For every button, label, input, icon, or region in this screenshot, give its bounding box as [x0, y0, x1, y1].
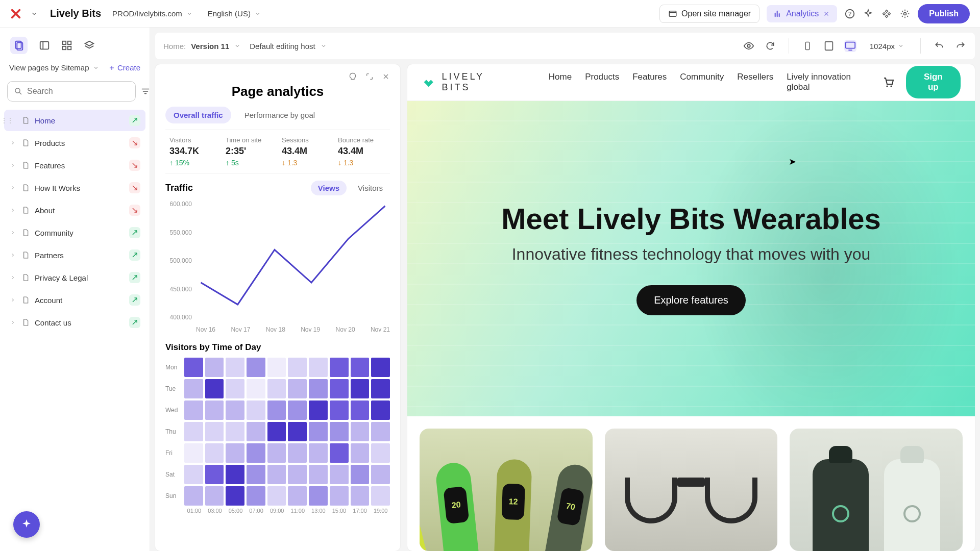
- analytics-chip-label: Analytics: [786, 9, 819, 18]
- sitemap-view-selector[interactable]: View pages by Sitemap: [9, 63, 99, 72]
- app-menu-chevron-icon[interactable]: [29, 8, 40, 19]
- apps-icon[interactable]: [881, 8, 892, 19]
- tab-overall-traffic[interactable]: Overall traffic: [165, 107, 231, 123]
- undo-icon[interactable]: [933, 40, 945, 52]
- reload-icon[interactable]: [764, 40, 776, 52]
- tab-performance-by-goal[interactable]: Performance by goal: [236, 107, 323, 123]
- heat-cell: [309, 443, 328, 463]
- heat-cell: [205, 358, 224, 377]
- preview-eye-icon[interactable]: [743, 40, 755, 52]
- expand-icon[interactable]: [9, 230, 16, 235]
- panel-view-icon[interactable]: [39, 40, 50, 51]
- environment-selector[interactable]: PROD/livelybits.com: [108, 7, 197, 20]
- layers-view-icon[interactable]: [84, 40, 95, 51]
- insights-icon[interactable]: [348, 72, 357, 82]
- tree-item-label: Account: [35, 296, 62, 305]
- tree-item-features[interactable]: Features: [4, 155, 145, 176]
- search-input[interactable]: [27, 87, 129, 96]
- traffic-tab-visitors[interactable]: Visitors: [351, 181, 390, 195]
- expand-icon[interactable]: [365, 72, 374, 82]
- heat-cell: [226, 379, 244, 398]
- trend-down-icon: [129, 182, 140, 193]
- filter-button[interactable]: [141, 83, 150, 100]
- tree-item-partners[interactable]: Partners: [4, 244, 145, 266]
- assistant-fab[interactable]: [13, 511, 40, 538]
- signup-button[interactable]: Sign up: [906, 66, 961, 98]
- heat-cell: [184, 443, 203, 463]
- page-icon: [21, 229, 30, 237]
- expand-icon[interactable]: [9, 208, 16, 213]
- page-icon: [21, 184, 30, 192]
- tree-item-about[interactable]: About: [4, 199, 145, 221]
- heat-cell: [351, 379, 370, 398]
- search-input-wrap[interactable]: [7, 81, 136, 102]
- page-icon: [21, 116, 30, 124]
- svg-rect-7: [63, 41, 66, 44]
- heat-cell: [288, 358, 307, 377]
- brand-text: LIVELY BITS: [442, 71, 516, 93]
- nav-link-lively-innovation-global[interactable]: Lively innovation global: [787, 72, 870, 92]
- redo-icon[interactable]: [954, 40, 967, 52]
- product-card-glasses[interactable]: [605, 429, 778, 551]
- create-page-button[interactable]: Create: [108, 63, 140, 72]
- trend-up-icon: [129, 294, 140, 306]
- tree-item-home[interactable]: ⋮⋮Home: [4, 110, 145, 131]
- heat-cell: [205, 379, 224, 398]
- settings-icon[interactable]: [899, 8, 911, 19]
- expand-icon[interactable]: [9, 163, 16, 168]
- nav-link-features[interactable]: Features: [632, 72, 667, 92]
- device-mobile-icon[interactable]: [801, 40, 814, 52]
- heat-cell: [288, 486, 307, 506]
- viewport-size-selector[interactable]: 1024px: [866, 40, 908, 53]
- page-version-selector[interactable]: Home: Version 11: [163, 42, 240, 51]
- explore-features-button[interactable]: Explore features: [636, 285, 746, 315]
- heat-day-label: Sat: [165, 471, 182, 478]
- product-card-bottles[interactable]: [790, 429, 963, 551]
- band-display: 20: [443, 486, 469, 524]
- heat-cell: [309, 422, 328, 441]
- components-view-icon[interactable]: [61, 40, 72, 51]
- cart-icon[interactable]: [883, 76, 895, 88]
- heat-cell: [267, 358, 286, 377]
- open-site-manager-button[interactable]: Open site manager: [659, 5, 760, 23]
- site-logo[interactable]: LIVELY BITS: [422, 71, 516, 93]
- device-desktop-icon[interactable]: [844, 40, 856, 52]
- expand-icon[interactable]: [9, 275, 16, 280]
- close-panel-icon[interactable]: [382, 72, 390, 82]
- visitors-heatmap: MonTueWedThuFriSatSun01:0003:0005:0007:0…: [165, 358, 390, 514]
- expand-icon[interactable]: [9, 253, 16, 258]
- device-tablet-icon[interactable]: [823, 40, 835, 52]
- nav-link-community[interactable]: Community: [680, 72, 724, 92]
- product-card-bands[interactable]: 1220127010: [420, 429, 593, 551]
- analytics-chip[interactable]: Analytics: [767, 5, 837, 22]
- tree-item-label: Home: [35, 116, 55, 125]
- tree-item-community[interactable]: Community: [4, 222, 145, 243]
- expand-icon[interactable]: [9, 297, 16, 303]
- drag-handle-icon[interactable]: ⋮⋮: [1, 117, 13, 124]
- help-icon[interactable]: ?: [844, 8, 855, 19]
- expand-icon[interactable]: [9, 320, 16, 325]
- tree-item-products[interactable]: Products: [4, 132, 145, 154]
- tree-item-contact-us[interactable]: Contact us: [4, 312, 145, 333]
- nav-link-resellers[interactable]: Resellers: [737, 72, 773, 92]
- pages-view-icon[interactable]: [10, 37, 28, 54]
- publish-button[interactable]: Publish: [918, 4, 970, 23]
- tree-item-privacy-legal[interactable]: Privacy & Legal: [4, 267, 145, 288]
- tree-item-label: Products: [35, 139, 65, 147]
- nav-link-home[interactable]: Home: [549, 72, 572, 92]
- traffic-tab-views[interactable]: Views: [311, 181, 347, 195]
- metric-sessions: Sessions43.4M↓ 1.3: [278, 136, 334, 167]
- close-icon[interactable]: [823, 10, 830, 17]
- expand-icon[interactable]: [9, 140, 16, 145]
- sitemap-view-label: View pages by Sitemap: [9, 63, 89, 72]
- heat-cell: [288, 400, 307, 420]
- nav-link-products[interactable]: Products: [585, 72, 619, 92]
- heat-cell: [351, 486, 370, 506]
- trend-up-icon: [129, 227, 140, 238]
- tree-item-how-it-works[interactable]: How It Works: [4, 177, 145, 198]
- expand-icon[interactable]: [9, 185, 16, 190]
- sparkle-icon[interactable]: [863, 8, 874, 19]
- editing-host-selector[interactable]: Default editing host: [250, 42, 326, 51]
- locale-selector[interactable]: English (US): [204, 7, 265, 20]
- tree-item-account[interactable]: Account: [4, 289, 145, 311]
